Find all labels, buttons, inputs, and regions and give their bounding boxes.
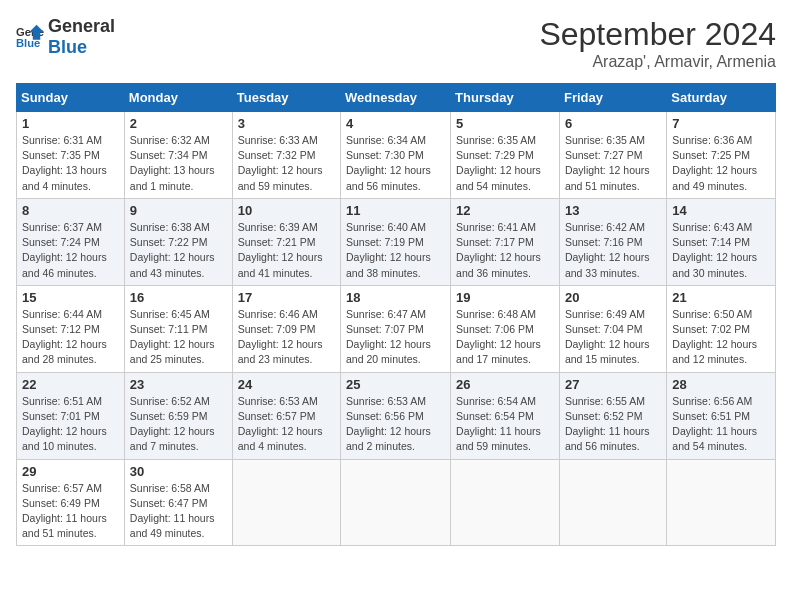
col-friday: Friday — [559, 84, 666, 112]
day-number: 21 — [672, 290, 770, 305]
sunrise-text: Sunrise: 6:52 AM — [130, 395, 210, 407]
calendar-week-row: 1 Sunrise: 6:31 AM Sunset: 7:35 PM Dayli… — [17, 112, 776, 199]
day-number: 6 — [565, 116, 661, 131]
day-detail: Sunrise: 6:50 AM Sunset: 7:02 PM Dayligh… — [672, 307, 770, 368]
sunset-text: Sunset: 6:54 PM — [456, 410, 534, 422]
daylight-text: Daylight: 12 hours and 30 minutes. — [672, 251, 757, 278]
day-detail: Sunrise: 6:53 AM Sunset: 6:56 PM Dayligh… — [346, 394, 445, 455]
day-detail: Sunrise: 6:43 AM Sunset: 7:14 PM Dayligh… — [672, 220, 770, 281]
day-detail: Sunrise: 6:38 AM Sunset: 7:22 PM Dayligh… — [130, 220, 227, 281]
col-wednesday: Wednesday — [341, 84, 451, 112]
day-detail: Sunrise: 6:45 AM Sunset: 7:11 PM Dayligh… — [130, 307, 227, 368]
daylight-text: Daylight: 12 hours and 10 minutes. — [22, 425, 107, 452]
day-detail: Sunrise: 6:33 AM Sunset: 7:32 PM Dayligh… — [238, 133, 335, 194]
location-subtitle: Arazap', Armavir, Armenia — [539, 53, 776, 71]
daylight-text: Daylight: 12 hours and 17 minutes. — [456, 338, 541, 365]
sunrise-text: Sunrise: 6:50 AM — [672, 308, 752, 320]
table-row: 29 Sunrise: 6:57 AM Sunset: 6:49 PM Dayl… — [17, 459, 125, 546]
daylight-text: Daylight: 11 hours and 51 minutes. — [22, 512, 107, 539]
table-row: 18 Sunrise: 6:47 AM Sunset: 7:07 PM Dayl… — [341, 285, 451, 372]
daylight-text: Daylight: 12 hours and 12 minutes. — [672, 338, 757, 365]
sunrise-text: Sunrise: 6:45 AM — [130, 308, 210, 320]
daylight-text: Daylight: 12 hours and 59 minutes. — [238, 164, 323, 191]
sunrise-text: Sunrise: 6:40 AM — [346, 221, 426, 233]
day-number: 30 — [130, 464, 227, 479]
logo-icon: General Blue — [16, 23, 44, 51]
sunrise-text: Sunrise: 6:33 AM — [238, 134, 318, 146]
day-detail: Sunrise: 6:32 AM Sunset: 7:34 PM Dayligh… — [130, 133, 227, 194]
sunrise-text: Sunrise: 6:38 AM — [130, 221, 210, 233]
daylight-text: Daylight: 12 hours and 49 minutes. — [672, 164, 757, 191]
table-row: 4 Sunrise: 6:34 AM Sunset: 7:30 PM Dayli… — [341, 112, 451, 199]
day-number: 14 — [672, 203, 770, 218]
col-saturday: Saturday — [667, 84, 776, 112]
table-row — [451, 459, 560, 546]
logo-general: General — [48, 16, 115, 36]
daylight-text: Daylight: 11 hours and 49 minutes. — [130, 512, 215, 539]
day-detail: Sunrise: 6:51 AM Sunset: 7:01 PM Dayligh… — [22, 394, 119, 455]
table-row: 19 Sunrise: 6:48 AM Sunset: 7:06 PM Dayl… — [451, 285, 560, 372]
sunset-text: Sunset: 7:22 PM — [130, 236, 208, 248]
month-year-title: September 2024 — [539, 16, 776, 53]
sunset-text: Sunset: 7:27 PM — [565, 149, 643, 161]
day-detail: Sunrise: 6:57 AM Sunset: 6:49 PM Dayligh… — [22, 481, 119, 542]
day-number: 10 — [238, 203, 335, 218]
daylight-text: Daylight: 12 hours and 54 minutes. — [456, 164, 541, 191]
sunset-text: Sunset: 7:32 PM — [238, 149, 316, 161]
sunrise-text: Sunrise: 6:51 AM — [22, 395, 102, 407]
sunset-text: Sunset: 7:30 PM — [346, 149, 424, 161]
table-row: 17 Sunrise: 6:46 AM Sunset: 7:09 PM Dayl… — [232, 285, 340, 372]
daylight-text: Daylight: 12 hours and 2 minutes. — [346, 425, 431, 452]
sunset-text: Sunset: 7:07 PM — [346, 323, 424, 335]
daylight-text: Daylight: 12 hours and 41 minutes. — [238, 251, 323, 278]
day-number: 12 — [456, 203, 554, 218]
sunset-text: Sunset: 7:19 PM — [346, 236, 424, 248]
sunset-text: Sunset: 7:25 PM — [672, 149, 750, 161]
daylight-text: Daylight: 12 hours and 23 minutes. — [238, 338, 323, 365]
daylight-text: Daylight: 12 hours and 4 minutes. — [238, 425, 323, 452]
sunset-text: Sunset: 7:24 PM — [22, 236, 100, 248]
logo-text: General Blue — [48, 16, 115, 58]
table-row: 7 Sunrise: 6:36 AM Sunset: 7:25 PM Dayli… — [667, 112, 776, 199]
table-row — [232, 459, 340, 546]
day-detail: Sunrise: 6:35 AM Sunset: 7:29 PM Dayligh… — [456, 133, 554, 194]
sunrise-text: Sunrise: 6:53 AM — [346, 395, 426, 407]
day-detail: Sunrise: 6:52 AM Sunset: 6:59 PM Dayligh… — [130, 394, 227, 455]
day-detail: Sunrise: 6:46 AM Sunset: 7:09 PM Dayligh… — [238, 307, 335, 368]
table-row: 20 Sunrise: 6:49 AM Sunset: 7:04 PM Dayl… — [559, 285, 666, 372]
table-row: 23 Sunrise: 6:52 AM Sunset: 6:59 PM Dayl… — [124, 372, 232, 459]
day-detail: Sunrise: 6:48 AM Sunset: 7:06 PM Dayligh… — [456, 307, 554, 368]
sunset-text: Sunset: 7:17 PM — [456, 236, 534, 248]
day-detail: Sunrise: 6:40 AM Sunset: 7:19 PM Dayligh… — [346, 220, 445, 281]
day-number: 18 — [346, 290, 445, 305]
daylight-text: Daylight: 12 hours and 38 minutes. — [346, 251, 431, 278]
logo-blue: Blue — [48, 37, 87, 57]
table-row: 9 Sunrise: 6:38 AM Sunset: 7:22 PM Dayli… — [124, 198, 232, 285]
sunset-text: Sunset: 7:12 PM — [22, 323, 100, 335]
sunrise-text: Sunrise: 6:58 AM — [130, 482, 210, 494]
day-number: 26 — [456, 377, 554, 392]
table-row: 28 Sunrise: 6:56 AM Sunset: 6:51 PM Dayl… — [667, 372, 776, 459]
daylight-text: Daylight: 11 hours and 59 minutes. — [456, 425, 541, 452]
sunset-text: Sunset: 7:11 PM — [130, 323, 208, 335]
day-number: 13 — [565, 203, 661, 218]
sunrise-text: Sunrise: 6:47 AM — [346, 308, 426, 320]
day-detail: Sunrise: 6:41 AM Sunset: 7:17 PM Dayligh… — [456, 220, 554, 281]
calendar-week-row: 15 Sunrise: 6:44 AM Sunset: 7:12 PM Dayl… — [17, 285, 776, 372]
daylight-text: Daylight: 12 hours and 20 minutes. — [346, 338, 431, 365]
calendar-week-row: 8 Sunrise: 6:37 AM Sunset: 7:24 PM Dayli… — [17, 198, 776, 285]
day-detail: Sunrise: 6:54 AM Sunset: 6:54 PM Dayligh… — [456, 394, 554, 455]
table-row: 30 Sunrise: 6:58 AM Sunset: 6:47 PM Dayl… — [124, 459, 232, 546]
sunrise-text: Sunrise: 6:34 AM — [346, 134, 426, 146]
day-detail: Sunrise: 6:44 AM Sunset: 7:12 PM Dayligh… — [22, 307, 119, 368]
sunrise-text: Sunrise: 6:44 AM — [22, 308, 102, 320]
sunrise-text: Sunrise: 6:57 AM — [22, 482, 102, 494]
table-row — [667, 459, 776, 546]
day-detail: Sunrise: 6:35 AM Sunset: 7:27 PM Dayligh… — [565, 133, 661, 194]
daylight-text: Daylight: 12 hours and 43 minutes. — [130, 251, 215, 278]
table-row: 8 Sunrise: 6:37 AM Sunset: 7:24 PM Dayli… — [17, 198, 125, 285]
daylight-text: Daylight: 12 hours and 28 minutes. — [22, 338, 107, 365]
day-number: 16 — [130, 290, 227, 305]
day-number: 17 — [238, 290, 335, 305]
day-detail: Sunrise: 6:47 AM Sunset: 7:07 PM Dayligh… — [346, 307, 445, 368]
